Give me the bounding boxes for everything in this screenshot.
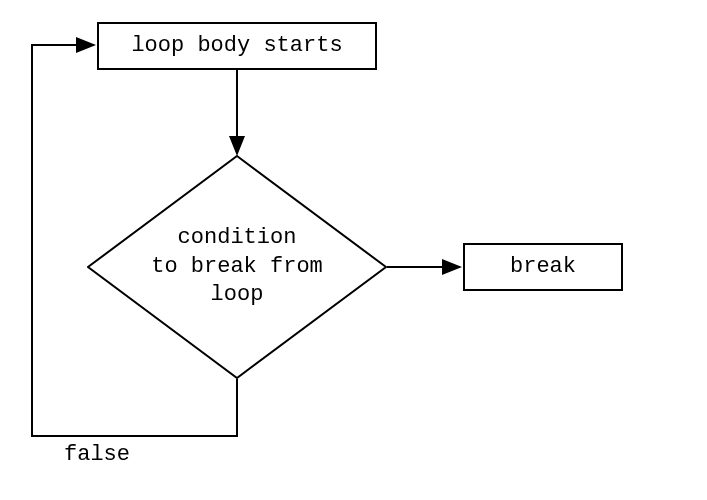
loop-body-starts-node: loop body starts	[97, 22, 377, 70]
condition-label: conditionto break fromloop	[151, 224, 323, 310]
edge-false-label: false	[64, 444, 130, 466]
break-node: break	[463, 243, 623, 291]
condition-node: conditionto break fromloop	[87, 155, 387, 379]
break-label: break	[510, 253, 576, 282]
loop-body-starts-label: loop body starts	[131, 32, 342, 61]
